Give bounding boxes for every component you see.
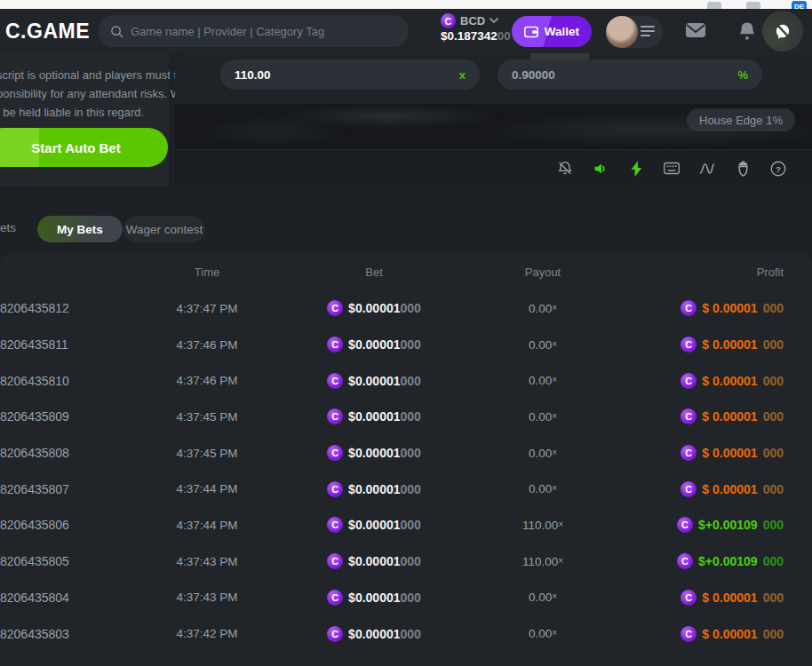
site-header: C.GAME Game name | Provider | Category T… <box>0 9 812 53</box>
header-payout: Payout <box>485 266 601 279</box>
bet-time: 4:37:46 PM <box>151 338 263 352</box>
table-row[interactable]: 8206435811 4:37:46 PM C $0.00001000 0.00… <box>0 327 812 363</box>
bet-time: 4:37:46 PM <box>151 374 263 387</box>
bell-slash-icon[interactable] <box>557 161 573 177</box>
bet-amount: $0.00001 <box>348 518 400 532</box>
profit-amount-dim: 000 <box>763 554 784 568</box>
bet-cell: C $0.00001000 <box>263 445 485 461</box>
coin-icon: C <box>327 408 343 424</box>
payout-value: 0.00 <box>529 410 552 424</box>
menu-icon <box>641 26 655 39</box>
bet-amount-dim: 000 <box>401 591 421 605</box>
bet-cell: C $0.00001000 <box>263 626 485 642</box>
table-row[interactable]: 8206435812 4:37:47 PM C $0.00001000 0.00… <box>0 290 812 327</box>
bet-cell: C $0.00001000 <box>263 408 485 424</box>
coin-icon: C <box>327 626 343 642</box>
payout-value: 0.00 <box>529 482 552 496</box>
wallet-icon <box>524 26 538 38</box>
bet-time: 4:37:47 PM <box>151 302 263 315</box>
coin-icon: C <box>681 626 697 642</box>
currency-code: BCD <box>460 14 485 28</box>
table-row[interactable]: 8206435803 4:37:42 PM C $0.00001000 0.00… <box>0 615 812 652</box>
bet-time: 4:37:43 PM <box>151 555 263 568</box>
my-bets-table: Time Bet Payout Profit 8206435812 4:37:4… <box>0 253 812 666</box>
profile-menu[interactable] <box>606 16 663 48</box>
bet-cell: C $0.00001000 <box>263 337 485 353</box>
profit-amount: $ 0.00001 <box>702 627 757 641</box>
payout-value: 0.00 <box>529 338 552 352</box>
profit-amount: $ 0.00001 <box>702 337 757 352</box>
bet-amount-dim: 000 <box>401 518 421 532</box>
wallet-button[interactable]: Wallet <box>512 16 592 47</box>
win-chance-input[interactable]: 0.90000 % <box>498 59 762 90</box>
payout-value: 0.00 <box>529 627 552 640</box>
profit-amount-dim: 000 <box>763 446 784 460</box>
payout-value: 0.00 <box>529 374 552 387</box>
profit-amount: $ 0.00001 <box>702 591 757 605</box>
bet-amount: $0.00001 <box>348 627 400 641</box>
coin-icon: C <box>681 481 697 497</box>
profit-cell: C $ 0.00001000 <box>601 481 812 497</box>
bet-id: 8206435812 <box>0 301 151 315</box>
live-stats-icon[interactable] <box>699 161 715 177</box>
profit-amount-dim: 000 <box>763 482 784 496</box>
start-auto-bet-button[interactable]: Start Auto Bet <box>0 128 168 167</box>
multiplier-sign: × <box>552 339 557 349</box>
payout-multiplier-value: 110.00 <box>235 68 271 82</box>
profit-amount-dim: 000 <box>763 374 784 388</box>
bet-id: 8206435807 <box>0 482 151 496</box>
svg-text:?: ? <box>776 163 781 173</box>
bet-amount-dim: 000 <box>401 446 421 460</box>
percent-icon: % <box>737 68 748 82</box>
tab-wager-contest[interactable]: Wager contest <box>123 216 205 242</box>
currency-selector[interactable]: C BCD $0.18734200 <box>441 13 511 43</box>
profit-amount-dim: 000 <box>763 627 784 641</box>
turbo-icon[interactable] <box>628 161 644 177</box>
wallet-balance: $0.18734200 <box>441 29 511 43</box>
chevron-down-icon <box>490 18 498 24</box>
game-area: 110.00 x 0.90000 % House Edge 1% <box>175 53 812 186</box>
mail-icon[interactable] <box>685 21 706 39</box>
help-icon[interactable]: ? <box>770 161 786 177</box>
site-logo[interactable]: C.GAME <box>5 20 90 44</box>
multiplier-sign: × <box>552 483 557 493</box>
payout-cell: 0.00× <box>485 591 601 604</box>
multiplier-sign: × <box>558 556 563 566</box>
table-row[interactable]: 8206435810 4:37:46 PM C $0.00001000 0.00… <box>0 362 812 399</box>
coin-icon: C <box>327 590 343 606</box>
payout-cell: 0.00× <box>485 338 601 352</box>
bell-icon[interactable] <box>738 21 756 41</box>
tab-all-bets[interactable]: ets <box>0 221 16 234</box>
profit-amount: $ 0.00001 <box>702 301 757 315</box>
bcd-coin-icon: C <box>441 13 456 28</box>
payout-cell: 0.00× <box>485 410 601 424</box>
profit-cell: C $ 0.00001000 <box>601 445 812 461</box>
win-chance-value: 0.90000 <box>512 68 555 82</box>
table-row[interactable]: 8206435808 4:37:45 PM C $0.00001000 0.00… <box>0 435 812 472</box>
avatar[interactable] <box>606 16 638 48</box>
hotkeys-icon[interactable] <box>664 161 680 177</box>
table-row[interactable]: 8206435806 4:37:44 PM C $0.00001000 110.… <box>0 507 812 543</box>
bet-time: 4:37:44 PM <box>151 482 263 496</box>
payout-multiplier-input[interactable]: 110.00 x <box>220 59 480 90</box>
coin-icon: C <box>681 337 697 353</box>
payout-value: 0.00 <box>529 447 552 460</box>
profit-cell: C $ 0.00001000 <box>601 337 812 353</box>
table-body: 8206435812 4:37:47 PM C $0.00001000 0.00… <box>0 290 812 652</box>
house-edge-badge: House Edge 1% <box>687 108 795 131</box>
profit-cell: C $+0.00109000 <box>601 553 812 569</box>
search-input[interactable]: Game name | Provider | Category Tag <box>98 15 409 47</box>
tab-my-bets[interactable]: My Bets <box>37 216 123 242</box>
seed-icon[interactable] <box>735 161 751 177</box>
table-row[interactable]: 8206435805 4:37:43 PM C $0.00001000 110.… <box>0 543 812 580</box>
table-row[interactable]: 8206435804 4:37:43 PM C $0.00001000 0.00… <box>0 580 812 616</box>
chat-toggle-icon[interactable] <box>762 11 803 52</box>
table-row[interactable]: 8206435807 4:37:44 PM C $0.00001000 0.00… <box>0 471 812 507</box>
payout-cell: 0.00× <box>485 482 601 496</box>
bet-time: 4:37:45 PM <box>151 410 263 424</box>
coin-icon: C <box>327 337 343 353</box>
table-row[interactable]: 8206435809 4:37:45 PM C $0.00001000 0.00… <box>0 399 812 435</box>
bet-amount-dim: 000 <box>401 627 421 641</box>
payout-cell: 0.00× <box>485 627 601 640</box>
sound-icon[interactable] <box>593 161 609 177</box>
